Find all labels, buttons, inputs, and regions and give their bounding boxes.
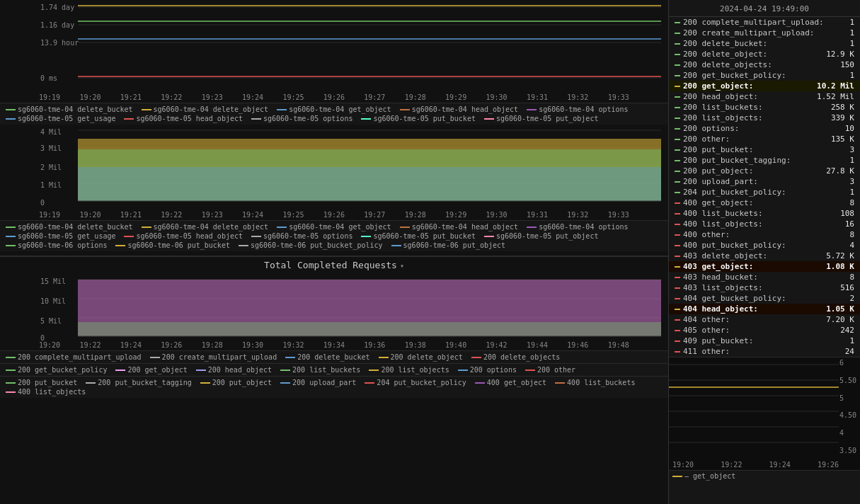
sidebar-chart-legend: — get_object <box>669 470 860 481</box>
sidebar-item: 405 other: 242 <box>669 325 860 336</box>
latency-chart-panel: 1.74 day 1.16 day 13.9 hour 0 ms 19:19 1… <box>0 0 668 124</box>
legend-item: 200 delete_bucket <box>285 353 369 361</box>
sidebar-item-highlight: 404 head_object: 1.05 K <box>669 304 860 314</box>
latency-y2: 1.16 day <box>40 21 74 29</box>
total-completed-legend-2: 200 get_bucket_policy 200 get_object 200… <box>0 363 668 376</box>
legend-item: sg6060-tme-06 put_object <box>391 241 506 249</box>
sidebar-item: 400 list_buckets: 108 <box>669 208 860 219</box>
legend-item: 200 get_bucket_policy <box>6 366 107 374</box>
legend-item: 200 complete_multipart_upload <box>6 353 142 361</box>
legend-item: 400 get_object <box>475 379 546 386</box>
latency-y1: 1.74 day <box>40 4 74 11</box>
sidebar-item: 200 complete_multipart_upload: 1 <box>669 17 860 28</box>
sidebar-item: 404 other: 7.20 K <box>669 314 860 325</box>
total-completed-title[interactable]: Total Completed Requests▾ <box>0 256 668 273</box>
sidebar-mini-chart: 6 5.50 5 4.50 4 3.50 19:20 19:22 19:24 1… <box>669 357 860 470</box>
legend-item: 400 list_objects <box>6 388 86 396</box>
legend-item: sg6060-tme-06 put_bucket <box>115 241 230 249</box>
sidebar-item: 200 put_bucket_tagging: 1 <box>669 155 860 166</box>
sidebar-item: 200 list_buckets: 258 K <box>669 102 860 113</box>
legend-item: sg6060-tme-05 put_object <box>484 115 599 122</box>
legend-item: 200 put_bucket <box>6 379 77 386</box>
legend-item: 200 list_buckets <box>280 366 360 374</box>
total-completed-legend-3: 200 put_bucket 200 put_bucket_tagging 20… <box>0 376 668 398</box>
sidebar-item: 200 create_multipart_upload: 1 <box>669 28 860 38</box>
legend-item: sg6060-tme-05 put_bucket <box>361 232 476 240</box>
tc-y3: 5 Mil <box>40 317 62 325</box>
sidebar-item: 200 other: 135 K <box>669 134 860 144</box>
sidebar-item: 200 delete_objects: 150 <box>669 59 860 70</box>
legend-item: sg6060-tme-04 delete_bucket <box>6 223 133 231</box>
legend-item: 400 list_buckets <box>555 379 635 386</box>
sidebar-item: 200 get_bucket_policy: 1 <box>669 70 860 81</box>
sidebar-item: 400 put_bucket_policy: 4 <box>669 240 860 251</box>
legend-item: 200 put_object <box>200 379 272 386</box>
sidebar-item: 200 put_bucket: 3 <box>669 144 860 155</box>
legend-item: 200 put_bucket_tagging <box>86 379 191 386</box>
tc-y4: 0 <box>40 334 45 342</box>
total-completed-legend-1: 200 complete_multipart_upload 200 create… <box>0 350 668 363</box>
legend-item: sg6060-tme-04 get_object <box>277 105 391 113</box>
sidebar-item: 411 other: 24 <box>669 346 860 357</box>
legend-item: sg6060-tme-05 head_object <box>124 232 243 240</box>
tc-y1: 15 Mil <box>40 277 66 285</box>
svg-marker-11 <box>78 167 661 201</box>
main-content: 1.74 day 1.16 day 13.9 hour 0 ms 19:19 1… <box>0 0 669 504</box>
legend-item: sg6060-tme-06 options <box>6 241 107 249</box>
sidebar-item: 400 list_objects: 16 <box>669 219 860 229</box>
req-y3: 2 Mil <box>40 164 62 171</box>
legend-item: 200 list_objects <box>369 366 449 374</box>
sidebar-item: 200 upload_part: 3 <box>669 176 860 187</box>
legend-item: 200 options <box>458 366 517 374</box>
legend-item: sg6060-tme-05 put_object <box>484 232 599 240</box>
legend-item: sg6060-tme-05 options <box>251 232 352 240</box>
sidebar-item: 404 get_bucket_policy: 2 <box>669 293 860 304</box>
legend-item: 200 delete_objects <box>471 353 560 361</box>
legend-item: 204 put_bucket_policy <box>365 379 466 386</box>
legend-item: sg6060-tme-04 options <box>527 105 628 113</box>
sidebar-item: 204 put_bucket_policy: 1 <box>669 187 860 197</box>
total-completed-chart-svg <box>78 276 661 340</box>
sidebar-item: 200 list_objects: 339 K <box>669 113 860 123</box>
latency-y3: 13.9 hour <box>40 39 79 47</box>
sidebar-item: 400 get_object: 8 <box>669 197 860 208</box>
requests-chart-panel: 4 Mil 3 Mil 2 Mil 1 Mil 0 19:19 19:20 19… <box>0 125 668 256</box>
sidebar: 2024-04-24 19:49:00 200 complete_multipa… <box>669 0 860 504</box>
req-y4: 1 Mil <box>40 181 62 189</box>
sidebar-item: 403 delete_object: 5.72 K <box>669 251 860 261</box>
legend-item: sg6060-tme-05 get_usage <box>6 115 115 122</box>
latency-y4: 0 ms <box>40 74 57 82</box>
legend-item: sg6060-tme-05 put_bucket <box>361 115 476 122</box>
sidebar-item: 409 put_bucket: 1 <box>669 336 860 346</box>
legend-item: sg6060-tme-04 head_object <box>400 223 519 231</box>
sidebar-item-highlight: 200 get_object: 10.2 Mil <box>669 81 860 91</box>
legend-item: 200 head_object <box>196 366 272 374</box>
legend-item: sg6060-tme-04 delete_object <box>142 223 269 231</box>
tc-y2: 10 Mil <box>40 297 66 305</box>
legend-item: 200 get_object <box>115 366 187 374</box>
sidebar-chart-svg <box>669 357 860 453</box>
sidebar-item: 200 options: 10 <box>669 123 860 134</box>
latency-chart-svg <box>78 0 661 92</box>
dropdown-arrow: ▾ <box>400 262 404 270</box>
legend-item: 200 upload_part <box>280 379 356 386</box>
legend-item: sg6060-tme-04 options <box>527 223 628 231</box>
requests-chart-svg <box>78 125 661 210</box>
legend-item: sg6060-tme-04 get_object <box>277 223 391 231</box>
sidebar-item: 200 head_object: 1.52 Mil <box>669 91 860 102</box>
sidebar-item-highlight: 403 get_object: 1.08 K <box>669 261 860 272</box>
sidebar-item: 200 put_object: 27.8 K <box>669 166 860 176</box>
req-y2: 3 Mil <box>40 144 62 152</box>
legend-item: sg6060-tme-04 delete_object <box>142 105 269 113</box>
sidebar-item: 200 delete_bucket: 1 <box>669 38 860 49</box>
total-completed-xaxis: 19:20 19:22 19:24 19:26 19:28 19:30 19:3… <box>0 340 668 350</box>
latency-xaxis: 19:19 19:20 19:21 19:22 19:23 19:24 19:2… <box>0 92 668 103</box>
requests-legend: sg6060-tme-04 delete_bucket sg6060-tme-0… <box>0 220 668 251</box>
sidebar-xaxis: 19:20 19:22 19:24 19:26 <box>672 461 839 469</box>
legend-item: sg6060-tme-04 head_object <box>400 105 519 113</box>
svg-marker-17 <box>78 322 661 336</box>
legend-item: 200 delete_object <box>379 353 463 361</box>
legend-item: sg6060-tme-05 get_usage <box>6 232 115 240</box>
sidebar-item: 200 delete_object: 12.9 K <box>669 49 860 59</box>
legend-item: sg6060-tme-04 delete_bucket <box>6 105 133 113</box>
